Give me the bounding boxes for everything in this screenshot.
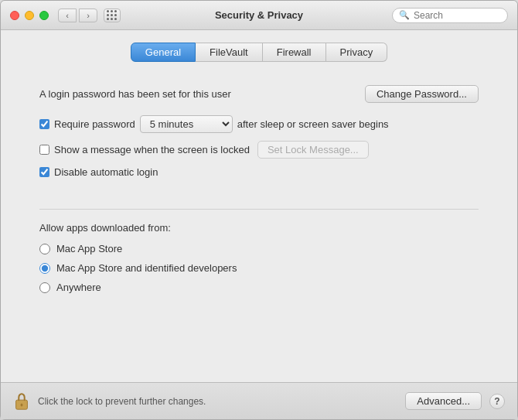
tab-privacy[interactable]: Privacy <box>326 43 388 62</box>
svg-rect-1 <box>21 403 23 406</box>
main-window: ‹ › Security & Privacy 🔍 General FileVau… <box>0 0 518 420</box>
section-bottom: Allow apps downloaded from: Mac App Stor… <box>16 222 502 309</box>
radio-mac-app-store-label: Mac App Store <box>56 243 122 254</box>
require-password-row: Require password immediately 5 seconds 1… <box>39 115 479 133</box>
footer: Click the lock to prevent further change… <box>1 382 517 419</box>
advanced-button[interactable]: Advanced... <box>405 392 482 410</box>
show-message-label: Show a message when the screen is locked <box>54 144 250 155</box>
disable-login-row: Disable automatic login <box>39 166 479 178</box>
require-password-checkbox[interactable] <box>39 119 49 129</box>
password-timeout-dropdown[interactable]: immediately 5 seconds 1 minute 5 minutes… <box>140 115 233 133</box>
login-password-row: A login password has been set for this u… <box>39 85 479 103</box>
section-divider <box>39 209 479 210</box>
help-button[interactable]: ? <box>489 394 505 409</box>
allow-apps-label: Allow apps downloaded from: <box>39 222 479 234</box>
lock-icon[interactable] <box>13 391 30 411</box>
search-bar[interactable]: 🔍 <box>392 8 508 23</box>
back-button[interactable]: ‹ <box>58 9 77 22</box>
radio-anywhere-row: Anywhere <box>39 282 479 293</box>
grid-button[interactable] <box>104 9 121 22</box>
radio-anywhere[interactable] <box>39 282 50 293</box>
titlebar: ‹ › Security & Privacy 🔍 <box>1 1 517 30</box>
radio-identified-dev-row: Mac App Store and identified developers <box>39 262 479 274</box>
tab-general[interactable]: General <box>131 43 196 62</box>
search-input[interactable] <box>414 10 501 21</box>
forward-button[interactable]: › <box>79 9 97 22</box>
grid-icon <box>107 10 118 21</box>
require-password-label: Require password <box>54 118 135 130</box>
tab-firewall[interactable]: Firewall <box>263 43 326 62</box>
minimize-button[interactable] <box>25 11 34 20</box>
traffic-lights <box>10 11 49 20</box>
login-password-text: A login password has been set for this u… <box>39 88 231 100</box>
tab-bar: General FileVault Firewall Privacy <box>16 43 502 62</box>
after-sleep-text: after sleep or screen saver begins <box>237 118 389 130</box>
radio-mac-app-store-row: Mac App Store <box>39 243 479 254</box>
maximize-button[interactable] <box>39 11 49 20</box>
settings-section: A login password has been set for this u… <box>16 77 502 382</box>
set-lock-message-button[interactable]: Set Lock Message... <box>257 141 369 159</box>
content-area: General FileVault Firewall Privacy A log… <box>1 30 517 382</box>
show-message-row: Show a message when the screen is locked… <box>39 141 479 159</box>
radio-anywhere-label: Anywhere <box>56 282 101 293</box>
section-top: A login password has been set for this u… <box>16 77 502 201</box>
radio-identified-label: Mac App Store and identified developers <box>56 262 237 274</box>
show-message-checkbox[interactable] <box>39 145 49 155</box>
change-password-button[interactable]: Change Password... <box>365 85 479 103</box>
disable-login-checkbox[interactable] <box>39 167 49 177</box>
window-title: Security & Privacy <box>215 9 303 21</box>
tab-filevault[interactable]: FileVault <box>196 43 263 62</box>
disable-login-label: Disable automatic login <box>54 166 158 178</box>
radio-mac-app-store[interactable] <box>39 244 50 254</box>
close-button[interactable] <box>10 11 19 20</box>
radio-identified-developers[interactable] <box>39 263 50 274</box>
footer-lock-text: Click the lock to prevent further change… <box>38 396 397 407</box>
search-icon: 🔍 <box>399 10 410 20</box>
nav-buttons: ‹ › <box>58 9 97 22</box>
